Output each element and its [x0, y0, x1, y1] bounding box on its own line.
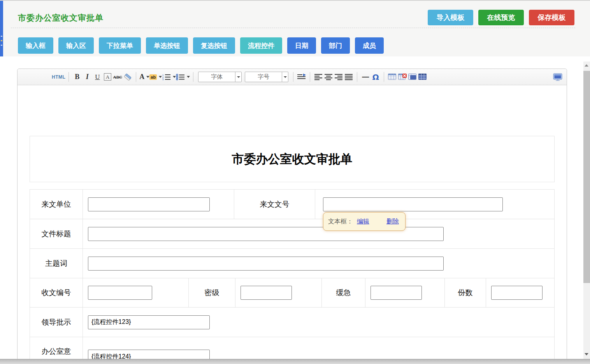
scrollbar-thumb[interactable] [583, 71, 590, 283]
security-level-input[interactable] [241, 286, 292, 300]
control-tooltip: 文本框： 编辑 删除 [323, 212, 406, 231]
bold-button[interactable]: B [72, 71, 82, 83]
widget-member-button[interactable]: 成员 [355, 37, 384, 54]
document-title: 市委办公室收文审批单 [232, 151, 353, 167]
fullscreen-button[interactable] [553, 71, 563, 83]
table-cell [83, 278, 188, 307]
widget-department-button[interactable]: 部门 [321, 37, 350, 54]
format-style-button[interactable]: A [102, 71, 112, 83]
tooltip-label: 文本框： [328, 218, 353, 226]
table-icon [388, 74, 397, 80]
widget-textarea-button[interactable]: 输入区 [58, 37, 94, 54]
receipt-number-label: 收文编号 [30, 278, 83, 307]
table-row: 文件标题 [30, 219, 554, 248]
office-opinion-label: 办公室意 [30, 337, 83, 357]
widget-toolbar: 输入框 输入区 下拉菜单 单选按钮 复选按钮 流程控件 日期 部门 成员 [18, 37, 384, 54]
bullet-list-icon [176, 74, 185, 80]
underline-button[interactable]: U [92, 71, 102, 83]
toolbar-separator [293, 72, 293, 82]
table-cell-icon [408, 74, 417, 80]
template-actions: 导入模板 在线预览 保存模板 [428, 10, 574, 25]
table-cell [235, 278, 321, 307]
table-delete-icon [398, 74, 407, 80]
form-table: 来文单位 来文文号 文件标题 主题词 [30, 189, 555, 364]
widget-radio-button[interactable]: 单选按钮 [146, 37, 188, 54]
indent-button[interactable] [297, 71, 307, 83]
select-arrow[interactable] [235, 72, 241, 82]
chevron-down-icon [187, 76, 190, 78]
indent-icon [297, 74, 306, 80]
subject-words-input[interactable] [88, 257, 444, 271]
import-template-button[interactable]: 导入模板 [428, 10, 473, 25]
table-row: 主题词 [30, 248, 554, 278]
scroll-down-arrow-icon[interactable] [585, 353, 588, 355]
table-cell [365, 278, 444, 307]
eraser-button[interactable] [123, 71, 133, 83]
copies-label: 份数 [444, 278, 486, 307]
leader-instructions-input[interactable] [88, 315, 210, 329]
align-center-button[interactable] [323, 71, 334, 83]
italic-button[interactable]: I [82, 71, 92, 83]
ordered-list-button[interactable]: 123 [162, 71, 176, 83]
toolbar-separator [384, 72, 384, 82]
header-divider [11, 28, 575, 28]
leader-instructions-label: 领导批示 [30, 308, 83, 337]
cell-properties-button[interactable] [407, 71, 418, 83]
eraser-icon [123, 74, 132, 81]
font-family-select[interactable]: 字体 [198, 72, 242, 82]
receipt-number-input[interactable] [88, 286, 152, 300]
align-justify-button[interactable] [344, 71, 354, 83]
font-color-button[interactable]: A [139, 71, 149, 83]
horizontal-rule-button[interactable]: — [360, 71, 371, 83]
widget-date-button[interactable]: 日期 [287, 37, 316, 54]
table-cell [83, 249, 554, 278]
insert-table-button[interactable] [387, 71, 397, 83]
bullet-list-button[interactable] [176, 71, 190, 83]
security-level-label: 密级 [188, 278, 235, 307]
chevron-down-icon [173, 76, 176, 78]
online-preview-button[interactable]: 在线预览 [478, 10, 524, 25]
document-title-block: 市委办公室收文审批单 [30, 136, 555, 182]
select-arrow[interactable] [282, 72, 288, 82]
font-size-select[interactable]: 字号 [245, 72, 288, 82]
delete-link[interactable]: 删除 [386, 218, 399, 226]
source-code-button[interactable]: HTML [52, 71, 65, 83]
strikethrough-button[interactable]: ABC [112, 71, 123, 83]
window-bottom-bar [0, 359, 590, 364]
editor-canvas[interactable]: 市委办公室收文审批单 来文单位 来文文号 文件标题 主题词 [18, 136, 567, 364]
widget-checkbox-button[interactable]: 复选按钮 [193, 37, 235, 54]
chevron-down-icon [284, 76, 287, 78]
left-edge-strip [0, 1, 3, 56]
delete-table-button[interactable] [397, 71, 407, 83]
highlight-color-button[interactable]: ab [149, 71, 162, 83]
page-header: 市委办公室收文审批单 导入模板 在线预览 保存模板 输入框 输入区 下拉菜单 单… [3, 1, 590, 56]
table-cell [83, 190, 234, 219]
widget-input-box-button[interactable]: 输入框 [18, 37, 53, 54]
chevron-down-icon [146, 76, 149, 78]
scroll-up-arrow-icon[interactable] [585, 64, 588, 67]
table-cell [83, 219, 554, 248]
widget-flow-control-button[interactable]: 流程控件 [240, 37, 282, 54]
page-title: 市委办公室收文审批单 [18, 12, 104, 23]
urgency-input[interactable] [371, 286, 422, 300]
edit-link[interactable]: 编辑 [357, 218, 369, 226]
document-number-input[interactable] [323, 197, 503, 211]
toolbar-separator [193, 72, 193, 82]
copies-input[interactable] [491, 286, 543, 300]
align-left-button[interactable] [313, 71, 323, 83]
save-template-button[interactable]: 保存模板 [529, 10, 574, 25]
table-row: 收文编号 密级 缓急 份数 [30, 278, 554, 307]
vertical-scrollbar[interactable] [583, 62, 590, 359]
table-grid-icon [418, 74, 427, 80]
chevron-down-icon [237, 76, 240, 78]
align-center-icon [325, 74, 333, 80]
monitor-icon [553, 73, 562, 81]
special-character-button[interactable]: Ω [371, 71, 381, 83]
source-unit-input[interactable] [88, 197, 210, 211]
align-right-button[interactable] [334, 71, 344, 83]
ordered-list-icon: 123 [162, 74, 171, 80]
toolbar-separator [357, 72, 357, 82]
toolbar-separator [136, 72, 136, 82]
table-properties-button[interactable] [418, 71, 428, 83]
widget-dropdown-button[interactable]: 下拉菜单 [99, 37, 141, 54]
